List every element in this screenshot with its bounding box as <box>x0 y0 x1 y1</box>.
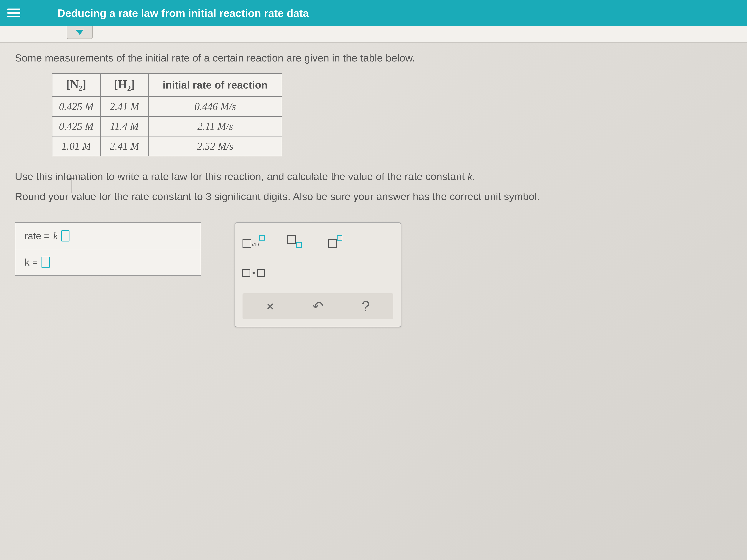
cell-rate: 2.52 M/s <box>149 136 282 156</box>
answer-section: rate = k k = x10 <box>15 222 732 327</box>
tool-row-1: x10 <box>242 230 393 252</box>
undo-icon: ↶ <box>312 298 324 314</box>
content-area: Some measurements of the initial rate of… <box>0 43 747 337</box>
rate-label: rate = <box>25 230 49 241</box>
page-title: Deducing a rate law from initial reactio… <box>57 7 309 19</box>
table-header-row: [N2] [H2] initial rate of reaction <box>52 74 282 97</box>
cell-h2: 2.41 M <box>100 97 149 116</box>
k-input-cell[interactable]: k = <box>16 249 201 275</box>
tool-palette: x10 <box>235 222 401 327</box>
intro-text: Some measurements of the initial rate of… <box>15 52 732 64</box>
control-row: × ↶ ? <box>242 293 393 319</box>
superscript-button[interactable] <box>324 230 346 252</box>
header-n2: [N2] <box>52 74 100 97</box>
cell-rate: 2.11 M/s <box>149 116 282 136</box>
table-row: 0.425 M 2.41 M 0.446 M/s <box>52 97 282 116</box>
k-label: k = <box>25 257 38 268</box>
help-icon: ? <box>362 298 370 315</box>
instruction-line-2: Round your value for the rate constant t… <box>15 189 732 204</box>
cell-n2: 0.425 M <box>52 116 100 136</box>
rate-input-cell[interactable]: rate = k <box>16 223 201 249</box>
scientific-notation-button[interactable]: x10 <box>242 230 265 252</box>
table-row: 0.425 M 11.4 M 2.11 M/s <box>52 116 282 136</box>
clear-button[interactable]: × <box>259 299 281 314</box>
subscript-button[interactable] <box>283 230 306 252</box>
header-bar: Deducing a rate law from initial reactio… <box>0 0 747 26</box>
cell-h2: 11.4 M <box>100 116 149 136</box>
reaction-data-table: [N2] [H2] initial rate of reaction 0.425… <box>52 73 282 156</box>
cell-rate: 0.446 M/s <box>149 97 282 116</box>
cell-n2: 1.01 M <box>52 136 100 156</box>
instruction-line-1: Use this infomation to write a rate law … <box>15 169 732 184</box>
header-rate: initial rate of reaction <box>149 74 282 97</box>
rate-input-placeholder[interactable] <box>61 230 70 241</box>
rate-k-symbol: k <box>53 230 57 241</box>
help-button[interactable]: ? <box>355 299 377 314</box>
undo-button[interactable]: ↶ <box>307 299 329 314</box>
multiply-button[interactable] <box>242 262 265 284</box>
close-icon: × <box>266 299 274 314</box>
sub-toolbar <box>0 26 747 43</box>
table-row: 1.01 M 2.41 M 2.52 M/s <box>52 136 282 156</box>
hamburger-menu-icon[interactable] <box>7 8 20 18</box>
tool-row-2 <box>242 262 393 284</box>
chevron-down-icon <box>76 30 84 35</box>
cell-n2: 0.425 M <box>52 97 100 116</box>
cell-h2: 2.41 M <box>100 136 149 156</box>
answer-box: rate = k k = <box>15 222 201 276</box>
k-input-placeholder[interactable] <box>42 257 50 268</box>
header-h2: [H2] <box>100 74 149 97</box>
dropdown-toggle[interactable] <box>67 26 93 39</box>
